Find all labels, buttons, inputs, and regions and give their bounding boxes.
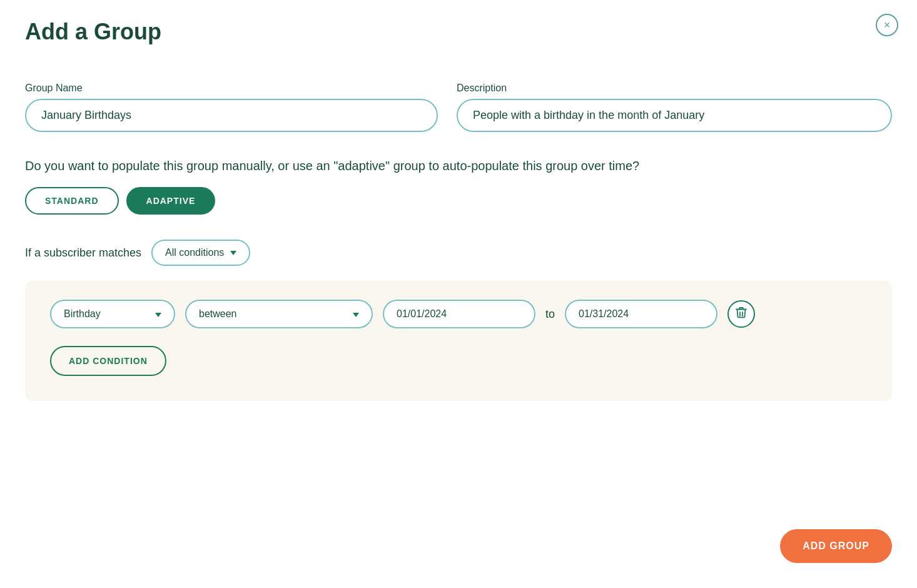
operator-select[interactable]: between xyxy=(185,300,373,328)
field-value: Birthday xyxy=(64,308,101,320)
adaptive-button[interactable]: ADAPTIVE xyxy=(126,187,216,215)
close-button[interactable]: × xyxy=(876,14,898,36)
standard-button[interactable]: STANDARD xyxy=(25,187,119,215)
add-group-button[interactable]: ADD GROUP xyxy=(780,529,892,563)
close-icon: × xyxy=(884,19,891,32)
add-condition-button[interactable]: ADD CONDITION xyxy=(50,346,166,376)
date-to-input[interactable] xyxy=(565,300,717,328)
date-from-input[interactable] xyxy=(383,300,535,328)
match-type-select[interactable]: All conditions xyxy=(151,240,250,266)
page-title: Add a Group xyxy=(25,19,892,45)
description-label: Description xyxy=(457,83,892,94)
operator-value: between xyxy=(199,308,237,320)
operator-chevron-icon xyxy=(353,308,359,320)
trash-icon xyxy=(736,307,747,322)
field-chevron-icon xyxy=(155,308,161,320)
field-select[interactable]: Birthday xyxy=(50,300,175,328)
delete-condition-button[interactable] xyxy=(727,300,755,328)
description-input[interactable] xyxy=(457,99,892,132)
match-type-value: All conditions xyxy=(165,247,224,258)
conditions-panel: Birthday between to ADD CON xyxy=(25,281,892,401)
population-question: Do you want to populate this group manua… xyxy=(25,157,892,175)
condition-row: Birthday between to xyxy=(50,300,867,328)
to-label: to xyxy=(545,308,555,321)
group-name-input[interactable] xyxy=(25,99,438,132)
subscriber-match-label: If a subscriber matches xyxy=(25,246,141,260)
chevron-down-icon xyxy=(230,251,236,255)
group-name-label: Group Name xyxy=(25,83,438,94)
